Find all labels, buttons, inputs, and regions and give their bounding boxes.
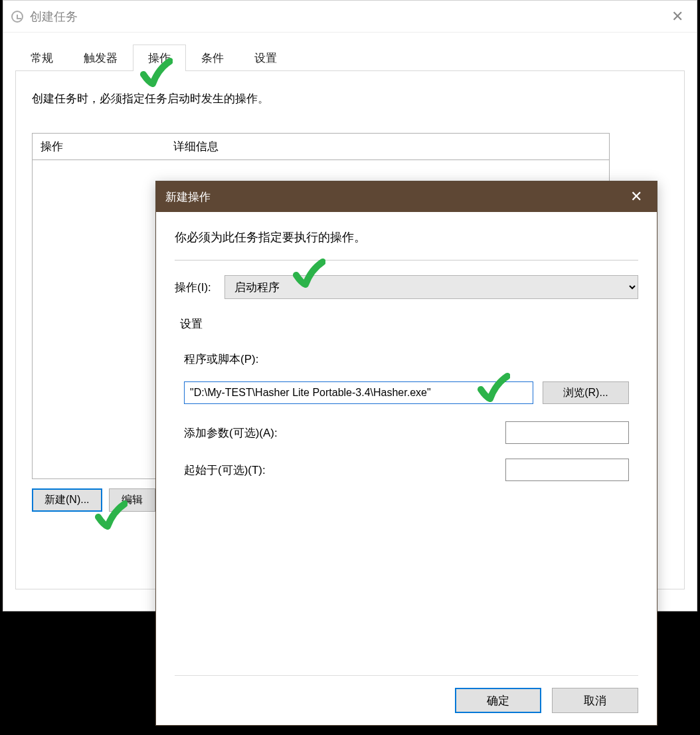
tab-general[interactable]: 常规 bbox=[15, 45, 68, 71]
action-label: 操作(I): bbox=[175, 280, 211, 295]
actions-table: 操作 详细信息 bbox=[32, 133, 610, 160]
clock-icon bbox=[11, 11, 23, 23]
edit-action-button[interactable]: 编辑 bbox=[109, 488, 155, 512]
tab-settings[interactable]: 设置 bbox=[239, 45, 292, 71]
settings-legend: 设置 bbox=[180, 316, 629, 332]
browse-button[interactable]: 浏览(R)... bbox=[543, 381, 629, 404]
settings-group: 设置 程序或脚本(P): 浏览(R)... 添加参数(可选)(A): 起始于(可… bbox=[175, 316, 638, 675]
child-close-button[interactable]: ✕ bbox=[625, 188, 648, 205]
child-description: 你必须为此任务指定要执行的操作。 bbox=[175, 229, 638, 261]
program-label: 程序或脚本(P): bbox=[184, 352, 258, 367]
parent-title: 创建任务 bbox=[30, 9, 78, 25]
startin-input[interactable] bbox=[505, 459, 629, 481]
tabs: 常规 触发器 操作 条件 设置 bbox=[15, 45, 685, 71]
child-titlebar: 新建操作 ✕ bbox=[156, 181, 657, 212]
tab-actions[interactable]: 操作 bbox=[133, 45, 186, 71]
action-select[interactable]: 启动程序 bbox=[224, 275, 638, 299]
cancel-button[interactable]: 取消 bbox=[552, 688, 638, 713]
args-label: 添加参数(可选)(A): bbox=[184, 425, 278, 441]
col-details[interactable]: 详细信息 bbox=[165, 134, 610, 160]
ok-button[interactable]: 确定 bbox=[455, 688, 541, 713]
startin-label: 起始于(可选)(T): bbox=[184, 463, 266, 478]
tab-conditions[interactable]: 条件 bbox=[186, 45, 239, 71]
args-input[interactable] bbox=[505, 421, 629, 444]
tab-triggers[interactable]: 触发器 bbox=[68, 45, 133, 71]
new-action-button[interactable]: 新建(N)... bbox=[32, 488, 102, 512]
parent-titlebar: 创建任务 ✕ bbox=[3, 1, 697, 33]
col-action[interactable]: 操作 bbox=[33, 134, 165, 160]
child-title: 新建操作 bbox=[165, 189, 211, 205]
new-action-dialog: 新建操作 ✕ 你必须为此任务指定要执行的操作。 操作(I): 启动程序 设置 程… bbox=[155, 181, 657, 726]
parent-close-button[interactable]: ✕ bbox=[666, 8, 689, 25]
tab-description: 创建任务时，必须指定任务启动时发生的操作。 bbox=[32, 91, 668, 106]
program-input[interactable] bbox=[184, 381, 533, 404]
